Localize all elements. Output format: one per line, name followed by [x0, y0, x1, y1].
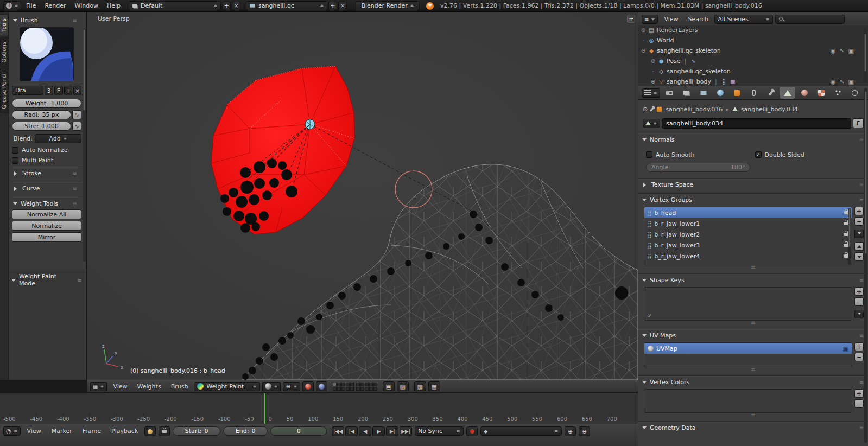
normalize-button[interactable]: Normalize [12, 221, 81, 231]
menu-playback[interactable]: Playback [107, 426, 142, 436]
play-button[interactable]: ▶ [372, 426, 385, 436]
move-group-up-button[interactable] [854, 242, 864, 251]
mesh-datablock-selector[interactable] [643, 119, 660, 128]
layers-grid-left[interactable] [333, 383, 354, 391]
bone-head-point[interactable] [305, 119, 315, 129]
preview-range-toggle[interactable] [144, 426, 156, 436]
vertex-group-row[interactable]: ⣿ b_r_jaw_lower2 [644, 229, 852, 240]
camera-render-icon[interactable]: ▣ [848, 78, 854, 85]
editor-type-timeline-button[interactable]: ◔ [3, 426, 21, 436]
auto-normalize-checkbox[interactable] [12, 147, 18, 154]
vertex-group-row[interactable]: ⣿ b_head [644, 207, 852, 218]
list-resize-grip[interactable] [638, 367, 868, 373]
menu-file[interactable]: File [22, 1, 40, 10]
list-scrollbar[interactable] [848, 208, 851, 265]
shelf-tab-grease-pencil[interactable]: Grease Pencil [0, 68, 8, 113]
uv-maps-panel-header[interactable]: UV Maps [638, 329, 868, 341]
menu-weights[interactable]: Weights [134, 382, 165, 391]
outliner-row-world[interactable]: · ◎ World [641, 35, 868, 46]
tab-render[interactable] [662, 87, 677, 99]
editor-type-info-button[interactable]: i [3, 1, 21, 10]
stroke-panel-header[interactable]: Stroke [12, 167, 81, 179]
camera-render-icon[interactable]: ▣ [843, 345, 848, 352]
breadcrumb-data[interactable]: sangheili_body.034 [741, 106, 798, 113]
double-sided-checkbox[interactable] [755, 151, 762, 158]
normalize-all-button[interactable]: Normalize All [12, 209, 81, 219]
tab-physics[interactable] [847, 87, 862, 99]
pin-icon[interactable]: ⊙ [643, 106, 648, 113]
shape-key-specials-button[interactable] [854, 310, 864, 318]
menu-view[interactable]: View [23, 426, 45, 436]
normals-panel-header[interactable]: Normals [638, 133, 868, 145]
new-brush-button[interactable] [64, 86, 72, 95]
vertex-group-row[interactable]: ⣿ b_r_jaw_lower1 [644, 218, 852, 229]
menu-render[interactable]: Render [41, 1, 69, 10]
delete-scene-button[interactable] [338, 2, 347, 10]
display-filter-dropdown[interactable]: All Scenes [714, 15, 773, 24]
list-resize-grip[interactable] [638, 265, 868, 271]
layers-grid-right[interactable] [356, 383, 377, 391]
add-uv-map-button[interactable] [854, 342, 864, 351]
editor-type-3dview-button[interactable]: ▦ [90, 382, 107, 391]
mesh-name-input[interactable]: sangheili_body.034 [662, 118, 851, 129]
outliner-row-body-object[interactable]: ⊕ ▽ sangheili_body | ⣿ ▩ ◉ ↖ ▣ [641, 77, 868, 86]
pin-icon[interactable]: ⊙ [647, 313, 651, 318]
cursor-select-icon[interactable]: ↖ [839, 78, 844, 85]
remove-uv-map-button[interactable] [854, 353, 864, 361]
delete-layout-button[interactable] [232, 2, 240, 10]
add-shape-key-button[interactable] [854, 287, 864, 296]
vertex-group-row[interactable]: ⣿ b_r_jaw_lower3 [644, 240, 852, 251]
tab-modifiers[interactable] [763, 87, 778, 99]
blend-mode-dropdown[interactable]: Add [35, 134, 81, 143]
scrollbar-thumb[interactable] [848, 208, 851, 247]
menu-help[interactable]: Help [103, 1, 124, 10]
vertex-groups-list[interactable]: ⣿ b_head ⣿ b_r_jaw_lower1 ⣿ b_r_jaw_lowe… [644, 207, 852, 265]
list-resize-grip[interactable] [638, 413, 868, 418]
sync-mode-dropdown[interactable]: No Sync [415, 426, 464, 436]
jump-to-start-button[interactable]: |◀◀ [332, 426, 344, 436]
menu-view[interactable]: View [660, 15, 682, 24]
strength-slider[interactable]: Stre: 1.000 [12, 122, 71, 131]
tab-material[interactable] [797, 87, 812, 99]
shelf-tab-tools[interactable]: Tools [0, 14, 8, 36]
outliner-row-renderlayers[interactable]: ⊕ ▤ RenderLayers [641, 25, 868, 35]
vertex-colors-panel-header[interactable]: Vertex Colors [638, 376, 868, 388]
shape-keys-list[interactable]: ⊙ [644, 287, 852, 321]
tab-object[interactable] [730, 87, 744, 99]
camera-render-icon[interactable]: ▣ [848, 47, 854, 54]
fake-user-button[interactable]: F [853, 118, 864, 128]
menu-brush[interactable]: Brush [167, 382, 192, 391]
open-region-plus-button[interactable]: + [627, 15, 635, 23]
next-keyframe-button[interactable]: ▶| [386, 426, 398, 436]
outliner-scrollbar[interactable] [864, 28, 867, 82]
editor-type-properties-button[interactable] [642, 88, 660, 98]
mode-selector[interactable]: Weight Paint [194, 382, 260, 391]
snap-toggle[interactable]: ▨ [397, 381, 409, 391]
breadcrumb-object[interactable]: sangheili_body.016 [666, 106, 723, 113]
menu-marker[interactable]: Marker [48, 426, 76, 436]
brush-datablock-selector[interactable]: Dra [12, 86, 43, 95]
vertex-colors-list[interactable] [644, 389, 852, 413]
viewport-shading-selector[interactable] [262, 382, 281, 391]
remove-vertex-color-button[interactable] [854, 399, 864, 408]
weight-tools-panel-header[interactable]: Weight Tools [12, 197, 81, 209]
tab-scene[interactable] [696, 87, 711, 99]
vertex-select-mask-toggle[interactable]: ▦ [428, 381, 440, 391]
tool-shelf-scrollbar[interactable] [83, 28, 86, 262]
weight-slider[interactable]: Weight: 1.000 [12, 99, 81, 108]
scrollbar-thumb[interactable] [865, 91, 867, 254]
curve-panel-header[interactable]: Curve [12, 182, 81, 194]
manipulator-toggle-blue[interactable] [316, 381, 327, 391]
play-reverse-button[interactable]: ◀ [359, 426, 371, 436]
auto-smooth-checkbox[interactable] [646, 151, 652, 158]
frame-start-field[interactable]: Start: 0 [173, 426, 220, 436]
fake-user-button[interactable]: F [54, 86, 63, 95]
properties-scrollbar[interactable] [864, 88, 867, 443]
eye-icon[interactable]: ◉ [831, 78, 836, 85]
insert-keyframe-button[interactable]: ⊕ [565, 426, 576, 436]
delete-keyframe-button[interactable]: ⊖ [579, 426, 590, 436]
remove-vertex-group-button[interactable] [854, 217, 864, 226]
list-resize-grip[interactable] [638, 321, 868, 326]
radius-slider[interactable]: Radi: 35 px [12, 110, 71, 119]
outliner-row-skeleton-data[interactable]: · ◇ sangheili.qc_skeleton [641, 66, 868, 77]
